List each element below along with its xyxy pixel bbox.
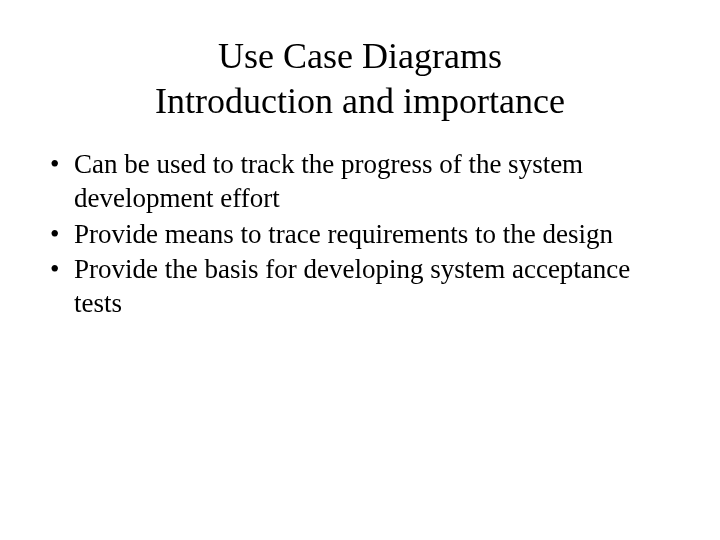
list-item: Provide means to trace requirements to t… (44, 218, 676, 252)
bullet-list: Can be used to track the progress of the… (44, 148, 676, 321)
bullet-text: Can be used to track the progress of the… (74, 149, 583, 213)
bullet-text: Provide means to trace requirements to t… (74, 219, 613, 249)
list-item: Can be used to track the progress of the… (44, 148, 676, 216)
title-line-1: Use Case Diagrams (218, 36, 502, 76)
bullet-text: Provide the basis for developing system … (74, 254, 630, 318)
title-line-2: Introduction and importance (155, 81, 565, 121)
list-item: Provide the basis for developing system … (44, 253, 676, 321)
slide-title: Use Case Diagrams Introduction and impor… (44, 34, 676, 124)
